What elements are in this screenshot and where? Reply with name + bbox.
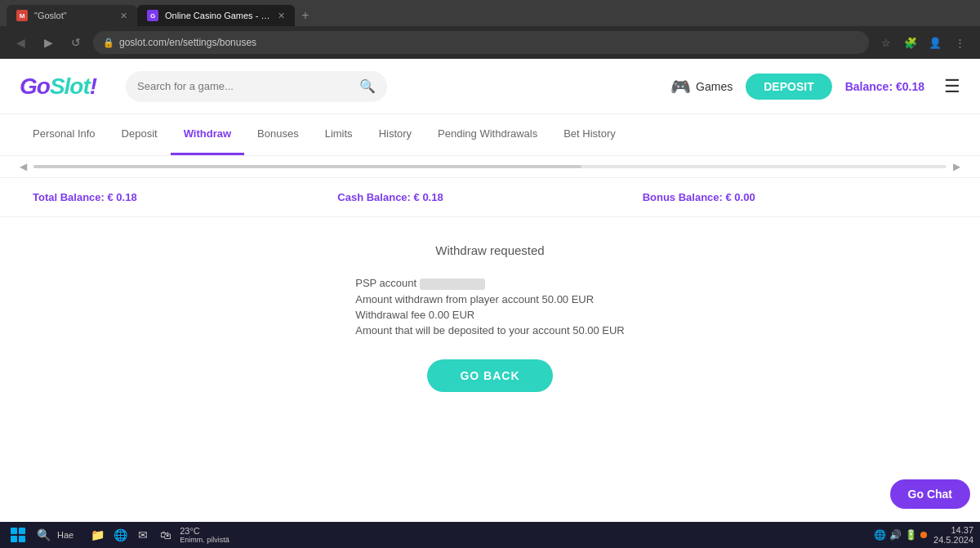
goslot-favicon: G bbox=[147, 10, 158, 21]
bonus-balance-label: Bonus Balance: bbox=[643, 191, 723, 203]
total-balance-label: Total Balance: bbox=[33, 191, 105, 203]
extension-icon[interactable]: 🧩 bbox=[900, 32, 921, 53]
site-header: GoSlot! 🔍 🎮 Games DEPOSIT Balance: €0.18… bbox=[0, 59, 980, 114]
taskbar-battery-icon: 🔋 bbox=[905, 529, 917, 541]
search-bar[interactable]: 🔍 bbox=[126, 71, 387, 102]
withdraw-info: PSP account Amount withdrawn from player… bbox=[355, 277, 625, 336]
tab-bonuses[interactable]: Bonuses bbox=[244, 114, 312, 155]
forward-button[interactable]: ▶ bbox=[38, 32, 59, 53]
page-content: GoSlot! 🔍 🎮 Games DEPOSIT Balance: €0.18… bbox=[0, 59, 980, 535]
total-balance: Total Balance: € 0.18 bbox=[33, 191, 337, 203]
scroll-right-arrow[interactable]: ▶ bbox=[953, 161, 960, 172]
balance-label: Balance: bbox=[845, 80, 893, 93]
scroll-track bbox=[33, 165, 947, 168]
address-text: goslot.com/en/settings/bonuses bbox=[119, 37, 256, 48]
taskbar-time: 14.37 24.5.2024 bbox=[933, 525, 973, 545]
withdraw-content: Withdraw requested PSP account Amount wi… bbox=[0, 217, 980, 418]
tab-pending-withdrawals[interactable]: Pending Withdrawals bbox=[425, 114, 550, 155]
browser-chrome: M "Goslot" ✕ G Online Casino Games - GoS… bbox=[0, 0, 980, 59]
bonus-balance: Bonus Balance: € 0.00 bbox=[643, 191, 947, 203]
search-input[interactable] bbox=[137, 80, 353, 92]
bonus-balance-value: € 0.00 bbox=[726, 191, 755, 203]
time-display: 14.37 bbox=[933, 525, 973, 535]
deposit-line: Amount that will be deposited to your ac… bbox=[355, 324, 625, 336]
tab-limits[interactable]: Limits bbox=[312, 114, 366, 155]
tab-deposit[interactable]: Deposit bbox=[109, 114, 171, 155]
new-tab-button[interactable]: + bbox=[295, 5, 316, 26]
taskbar-store-icon[interactable]: 🛍 bbox=[157, 526, 175, 544]
taskbar-search-label[interactable]: Hae bbox=[57, 530, 74, 540]
withdraw-title: Withdraw requested bbox=[435, 243, 544, 257]
gmail-favicon: M bbox=[16, 10, 28, 21]
date-display: 24.5.2024 bbox=[933, 535, 973, 545]
address-bar[interactable]: 🔒 goslot.com/en/settings/bonuses bbox=[93, 31, 869, 54]
lock-icon: 🔒 bbox=[103, 38, 114, 48]
fee-line: Withdrawal fee 0.00 EUR bbox=[355, 309, 625, 321]
balance-display: Balance: €0.18 bbox=[845, 80, 924, 93]
search-icon[interactable]: 🔍 bbox=[359, 78, 376, 94]
balance-row: Total Balance: € 0.18 Cash Balance: € 0.… bbox=[0, 178, 980, 217]
taskbar-sound-icon: 🔊 bbox=[889, 529, 902, 541]
cash-balance: Cash Balance: € 0.18 bbox=[337, 191, 642, 203]
taskbar-mail-icon[interactable]: ✉ bbox=[134, 526, 152, 544]
tab-history[interactable]: History bbox=[366, 114, 425, 155]
hamburger-menu-icon[interactable]: ☰ bbox=[944, 76, 960, 97]
amount-line: Amount withdrawn from player account 50.… bbox=[355, 293, 625, 305]
site-logo[interactable]: GoSlot! bbox=[20, 74, 96, 100]
goslot-tab[interactable]: G Online Casino Games - GoSlot! ✕ bbox=[137, 5, 295, 26]
taskbar-right: 🌐 🔊 🔋 14.37 24.5.2024 bbox=[874, 525, 973, 545]
tab-personal-info[interactable]: Personal Info bbox=[20, 114, 109, 155]
taskbar-search-icon[interactable]: 🔍 bbox=[34, 526, 52, 544]
settings-icon[interactable]: ⋮ bbox=[949, 32, 970, 53]
goslot-tab-close[interactable]: ✕ bbox=[278, 11, 285, 21]
bookmark-icon[interactable]: ☆ bbox=[875, 32, 897, 53]
nav-tabs: Personal Info Deposit Withdraw Bonuses L… bbox=[0, 114, 980, 156]
back-button[interactable]: ◀ bbox=[10, 32, 31, 53]
taskbar-edge-icon[interactable]: 🌐 bbox=[111, 526, 129, 544]
temperature: 23°C bbox=[180, 526, 229, 536]
windows-start-button[interactable] bbox=[7, 523, 29, 546]
psp-line: PSP account bbox=[355, 277, 625, 290]
balance-value: €0.18 bbox=[896, 80, 924, 93]
taskbar-left: 🔍 Hae 📁 🌐 ✉ 🛍 23°C Enimm. pilvistä bbox=[7, 523, 229, 546]
total-balance-value: € 0.18 bbox=[108, 191, 137, 203]
taskbar-weather: 23°C Enimm. pilvistä bbox=[180, 526, 229, 544]
taskbar-sys-icons: 🌐 🔊 🔋 bbox=[874, 529, 927, 541]
goslot-tab-label: Online Casino Games - GoSlot! bbox=[165, 11, 271, 20]
scroll-left-arrow[interactable]: ◀ bbox=[20, 161, 27, 172]
weather-desc: Enimm. pilvistä bbox=[180, 536, 229, 544]
taskbar-network-icon: 🌐 bbox=[874, 529, 886, 541]
go-back-button[interactable]: GO BACK bbox=[427, 359, 552, 392]
deposit-button[interactable]: DEPOSIT bbox=[746, 74, 831, 100]
taskbar: 🔍 Hae 📁 🌐 ✉ 🛍 23°C Enimm. pilvistä 🌐 🔊 🔋… bbox=[0, 522, 980, 548]
profile-icon[interactable]: 👤 bbox=[924, 32, 946, 53]
go-chat-button[interactable]: Go Chat bbox=[890, 479, 970, 509]
tab-bet-history[interactable]: Bet History bbox=[550, 114, 629, 155]
games-label: Games bbox=[696, 80, 733, 93]
reload-button[interactable]: ↺ bbox=[65, 32, 87, 53]
gmail-tab-label: "Goslot" bbox=[34, 11, 67, 20]
gmail-tab-close[interactable]: ✕ bbox=[120, 11, 127, 21]
psp-value bbox=[420, 278, 485, 290]
tab-withdraw[interactable]: Withdraw bbox=[171, 114, 244, 155]
cash-balance-value: € 0.18 bbox=[414, 191, 443, 203]
scroll-thumb bbox=[33, 165, 581, 168]
taskbar-files-icon[interactable]: 📁 bbox=[88, 526, 106, 544]
psp-label: PSP account bbox=[355, 277, 416, 289]
header-right: 🎮 Games DEPOSIT Balance: €0.18 ☰ bbox=[670, 74, 960, 100]
taskbar-app-icons: 📁 🌐 ✉ 🛍 bbox=[88, 526, 175, 544]
scroll-indicator: ◀ ▶ bbox=[0, 156, 980, 178]
games-icon: 🎮 bbox=[670, 77, 691, 96]
games-button[interactable]: 🎮 Games bbox=[670, 77, 733, 96]
gmail-tab[interactable]: M "Goslot" ✕ bbox=[7, 5, 137, 26]
notification-dot bbox=[920, 532, 927, 538]
cash-balance-label: Cash Balance: bbox=[337, 191, 411, 203]
